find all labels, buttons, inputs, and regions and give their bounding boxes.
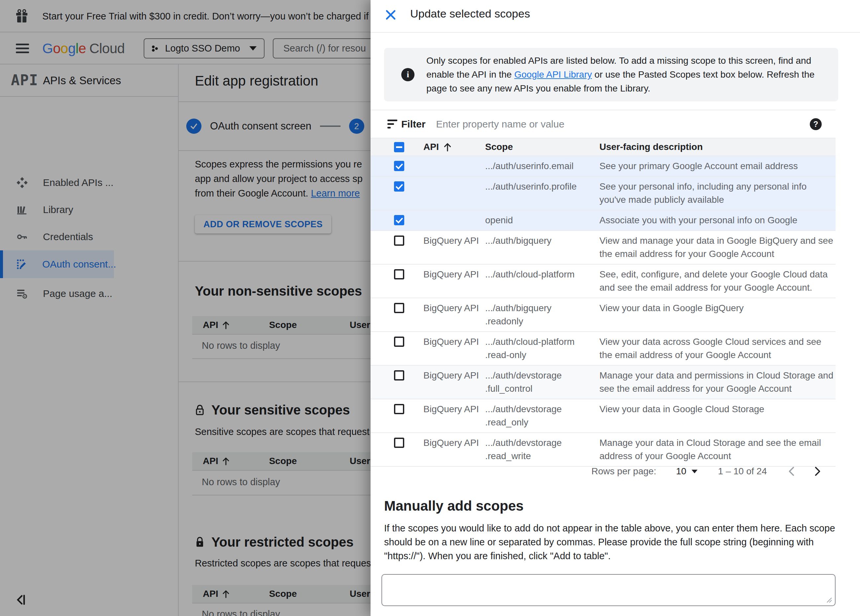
screen: Start your Free Trial with $300 in credi…	[0, 0, 860, 616]
cell-api: BigQuery API	[424, 436, 485, 449]
table-body: .../auth/userinfo.email See your primary…	[370, 156, 836, 467]
row-checkbox[interactable]	[394, 269, 404, 280]
scopes-table: API Scope User-facing description .../au…	[370, 138, 836, 467]
cell-desc: View your data across Google Cloud servi…	[599, 335, 834, 362]
cell-scope: .../auth/devstorage .full_control	[485, 369, 599, 395]
rows-per-page-select[interactable]: 10	[676, 466, 697, 477]
manual-scopes-textarea[interactable]	[381, 574, 836, 606]
row-checkbox[interactable]	[394, 370, 404, 380]
cell-desc: Manage your data and permissions in Clou…	[599, 369, 834, 395]
cell-scope: openid	[485, 214, 599, 227]
cell-api: BigQuery API	[424, 234, 485, 247]
cell-api: BigQuery API	[424, 369, 485, 382]
cell-desc: Associate you with your personal info on…	[599, 214, 834, 227]
filter-input[interactable]	[436, 119, 810, 130]
cell-api: BigQuery API	[424, 268, 485, 281]
update-scopes-panel: Update selected scopes i Only scopes for…	[370, 0, 860, 616]
filter-label: Filter	[401, 119, 425, 130]
row-checkbox[interactable]	[394, 438, 404, 448]
table-row[interactable]: BigQuery API .../auth/bigquery View and …	[370, 231, 836, 264]
google-api-library-link[interactable]: Google API Library	[514, 69, 592, 80]
rows-per-page-label: Rows per page:	[592, 466, 656, 477]
prev-page-icon[interactable]	[787, 466, 797, 477]
table-row[interactable]: BigQuery API .../auth/cloud-platform See…	[370, 264, 836, 298]
chevron-down-icon	[692, 470, 697, 473]
cell-api: BigQuery API	[424, 335, 485, 349]
col-api[interactable]: API	[424, 140, 485, 154]
cell-scope: .../auth/bigquery .readonly	[485, 302, 599, 328]
close-icon[interactable]	[384, 9, 397, 21]
table-row[interactable]: BigQuery API .../auth/bigquery .readonly…	[370, 298, 836, 332]
filter-icon	[388, 119, 397, 129]
cell-desc: View your data in Google BigQuery	[599, 302, 834, 315]
row-checkbox[interactable]	[394, 215, 404, 225]
filter-bar: Filter ?	[370, 110, 836, 138]
select-all-checkbox[interactable]	[394, 142, 404, 152]
cell-scope: .../auth/userinfo.profile	[485, 180, 599, 193]
cell-scope: .../auth/cloud-platform	[485, 268, 599, 281]
row-checkbox[interactable]	[394, 303, 404, 313]
cell-api: BigQuery API	[424, 302, 485, 315]
row-checkbox[interactable]	[394, 181, 404, 192]
modal-scrim[interactable]	[0, 0, 370, 616]
cell-scope: .../auth/bigquery	[485, 234, 599, 247]
row-checkbox[interactable]	[394, 161, 404, 171]
table-row[interactable]: BigQuery API .../auth/devstorage .read_o…	[370, 399, 836, 433]
cell-scope: .../auth/devstorage .read_write	[485, 436, 599, 463]
info-text: Only scopes for enabled APIs are listed …	[426, 54, 825, 96]
cell-api: BigQuery API	[424, 402, 485, 416]
pagination-range: 1 – 10 of 24	[718, 466, 767, 477]
table-row[interactable]: BigQuery API .../auth/devstorage .full_c…	[370, 366, 836, 399]
row-checkbox[interactable]	[394, 236, 404, 246]
cell-desc: View and manage your data in Google BigQ…	[599, 234, 834, 261]
row-checkbox[interactable]	[394, 336, 404, 347]
table-row[interactable]: BigQuery API .../auth/cloud-platform .re…	[370, 332, 836, 366]
table-row[interactable]: .../auth/userinfo.email See your primary…	[370, 156, 836, 177]
cell-desc: View your data in Google Cloud Storage	[599, 402, 834, 416]
sort-asc-icon[interactable]	[443, 142, 452, 152]
cell-desc: See, edit, configure, and delete your Go…	[599, 268, 834, 294]
cell-desc: See your primary Google Account email ad…	[599, 160, 834, 173]
table-row[interactable]: .../auth/userinfo.profile See your perso…	[370, 177, 836, 211]
manually-add-scopes-heading: Manually add scopes	[384, 498, 523, 514]
pagination-bar: Rows per page: 10 1 – 10 of 24	[370, 460, 836, 483]
info-icon: i	[401, 68, 414, 81]
col-desc[interactable]: User-facing description	[599, 140, 834, 154]
cell-scope: .../auth/cloud-platform .read-only	[485, 335, 599, 362]
table-header-row: API Scope User-facing description	[370, 138, 836, 156]
panel-title: Update selected scopes	[410, 7, 530, 20]
manually-add-scopes-desc: If the scopes you would like to add do n…	[384, 521, 839, 563]
next-page-icon[interactable]	[812, 466, 822, 477]
col-scope[interactable]: Scope	[485, 140, 599, 154]
cell-scope: .../auth/devstorage .read_only	[485, 402, 599, 429]
cell-desc: See your personal info, including any pe…	[599, 180, 834, 206]
table-row[interactable]: openid Associate you with your personal …	[370, 211, 836, 231]
row-checkbox[interactable]	[394, 404, 404, 414]
info-banner: i Only scopes for enabled APIs are liste…	[384, 48, 838, 101]
help-icon[interactable]: ?	[810, 118, 822, 130]
cell-scope: .../auth/userinfo.email	[485, 160, 599, 173]
cell-desc: Manage your data in Cloud Storage and se…	[599, 436, 834, 463]
